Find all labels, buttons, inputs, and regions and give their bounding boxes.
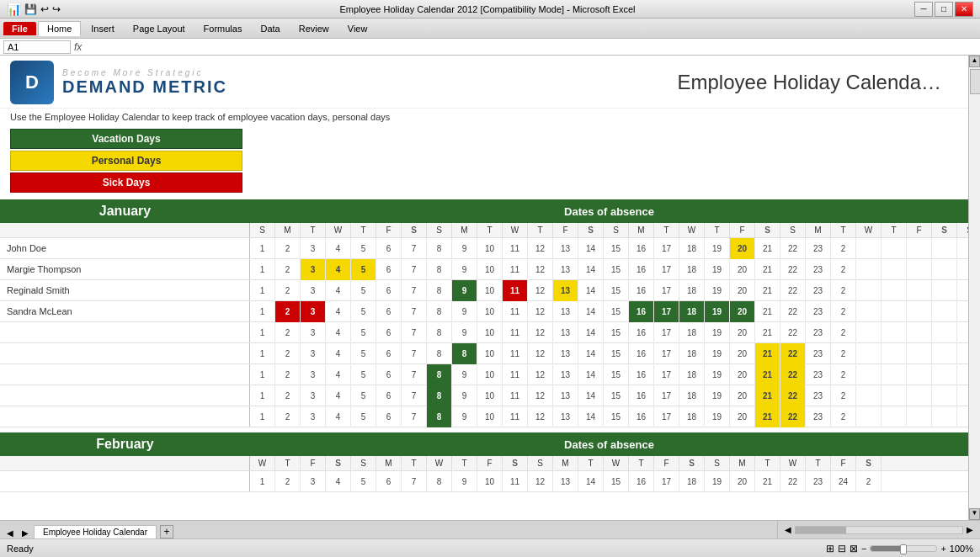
qat-save[interactable]: 💾 — [24, 3, 37, 15]
employee-col-header — [0, 223, 250, 237]
mt-d17: 17 — [654, 259, 679, 280]
scroll-up-button[interactable]: ▲ — [969, 56, 980, 67]
title-bar-left: 📊 💾 ↩ ↪ — [7, 3, 61, 16]
day-header-W3: W — [679, 223, 705, 237]
header-section: D Become More Strategic Demand Metric Em… — [0, 56, 968, 109]
mt-d13: 13 — [553, 259, 578, 280]
close-button[interactable]: ✕ — [955, 2, 973, 17]
february-numbers-row: 1 2 3 4 5 6 7 8 9 10 11 12 13 14 15 16 1 — [0, 471, 968, 492]
tab-page-layout[interactable]: Page Layout — [125, 22, 194, 35]
jd-d28 — [932, 238, 957, 259]
sheet-tabs-area: ◀ ▶ Employee Holiday Calendar + ◀ ▶ — [0, 520, 980, 538]
scrollbar-horizontal-controls: ◀ ▶ — [777, 521, 980, 538]
description-text: Use the Employee Holiday Calendar to kee… — [10, 112, 390, 122]
jd-d27 — [907, 238, 932, 259]
sandra-days: 1 2 3 4 5 6 7 8 9 10 11 12 13 14 15 16 1 — [250, 301, 968, 321]
view-normal-icon[interactable]: ⊞ — [826, 543, 834, 554]
legend-sick: Sick Days — [10, 172, 242, 193]
page-title: Employee Holiday Calenda… — [678, 71, 959, 94]
legend-section: Vacation Days Personal Days Sick Days — [0, 127, 253, 196]
day-header-W4: W — [856, 223, 881, 237]
day-header-S9: S — [957, 223, 968, 237]
day-headers-container: S M T W T F S S M T W T F S S M T — [250, 223, 968, 237]
scroll-down-button[interactable]: ▼ — [969, 508, 980, 520]
day-header-S5: S — [604, 223, 629, 237]
hscroll-left[interactable]: ◀ — [785, 525, 791, 534]
day-header-T5: T — [654, 223, 679, 237]
zoom-thumb[interactable] — [900, 544, 907, 554]
jd-d17: 17 — [654, 238, 679, 259]
mt-d23: 23 — [806, 259, 831, 280]
view-layout-icon[interactable]: ⊟ — [838, 543, 846, 554]
january-header-row: January Dates of absence — [0, 199, 968, 223]
minimize-button[interactable]: ─ — [914, 2, 933, 17]
hscroll-track[interactable] — [795, 526, 963, 534]
tab-insert[interactable]: Insert — [83, 22, 123, 35]
day-header-S2: S — [402, 223, 427, 237]
mt-d12: 12 — [528, 259, 553, 280]
add-sheet-button[interactable]: + — [160, 525, 173, 538]
hscroll-thumb[interactable] — [796, 527, 846, 533]
zoom-fill — [871, 546, 903, 551]
status-ready: Ready — [7, 544, 34, 554]
mt-d19: 19 — [705, 259, 730, 280]
day-header-M1: M — [275, 223, 301, 237]
mt-d11: 11 — [503, 259, 528, 280]
tab-home[interactable]: Home — [38, 21, 81, 36]
zoom-slider[interactable] — [870, 545, 937, 552]
mt-d1: 1 — [250, 259, 275, 280]
jd-d29 — [957, 238, 968, 259]
mt-d5: 5 — [351, 259, 376, 280]
name-box[interactable] — [3, 40, 71, 54]
day-header-F4: F — [907, 223, 932, 237]
jd-d11: 11 — [503, 238, 528, 259]
jd-d21: 21 — [755, 238, 780, 259]
day-header-S4: S — [578, 223, 604, 237]
logo-name: Demand Metric — [62, 77, 227, 97]
jd-d13: 13 — [553, 238, 578, 259]
tab-file[interactable]: File — [3, 22, 36, 35]
mt-d24: 2 — [831, 259, 856, 280]
day-header-F3: F — [730, 223, 755, 237]
window-controls[interactable]: ─ □ ✕ — [914, 2, 973, 17]
scrollbar-right[interactable]: ▲ ▼ — [968, 56, 980, 520]
scroll-thumb[interactable] — [970, 69, 980, 94]
tab-scroll-left[interactable]: ◀ — [3, 528, 17, 538]
day-header-T8: T — [881, 223, 907, 237]
tab-view[interactable]: View — [339, 22, 376, 35]
hscroll-right[interactable]: ▶ — [967, 525, 973, 534]
formula-input[interactable] — [85, 41, 977, 53]
mt-d16: 16 — [629, 259, 654, 280]
employee-row-reginald-smith: Reginald Smith 1 2 3 4 5 6 7 8 9 10 11 1… — [0, 280, 968, 301]
zoom-plus[interactable]: + — [940, 544, 945, 554]
tab-formulas[interactable]: Formulas — [195, 22, 251, 35]
logo-tagline: Become More Strategic — [62, 68, 227, 77]
sheet-tab-main[interactable]: Employee Holiday Calendar — [34, 525, 157, 538]
jd-d16: 16 — [629, 238, 654, 259]
maximize-button[interactable]: □ — [935, 2, 953, 17]
day-header-M3: M — [629, 223, 654, 237]
mt-d3: 3 — [301, 259, 326, 280]
title-bar: 📊 💾 ↩ ↪ Employee Holiday Calendar 2012 [… — [0, 0, 980, 19]
qat-redo[interactable]: ↪ — [52, 3, 61, 15]
zoom-minus[interactable]: − — [861, 544, 866, 554]
february-header-row: February Dates of absence — [0, 432, 968, 456]
employee-name-sandra-mclean: Sandra McLean — [0, 301, 250, 321]
spreadsheet-area: ▲ ▼ D Become More Strategic Demand Metri… — [0, 56, 980, 520]
logo-icon: D — [10, 61, 54, 104]
jd-d6: 6 — [376, 238, 402, 259]
day-header-T4: T — [528, 223, 553, 237]
qat-undo[interactable]: ↩ — [40, 3, 49, 15]
jd-d2: 2 — [275, 238, 301, 259]
tab-review[interactable]: Review — [290, 22, 338, 35]
day-header-T1: T — [301, 223, 326, 237]
jd-d7: 7 — [402, 238, 427, 259]
tab-scroll-right[interactable]: ▶ — [19, 528, 32, 538]
day-header-T6: T — [705, 223, 730, 237]
zoom-level: 100% — [950, 544, 973, 554]
day-header-T2: T — [351, 223, 376, 237]
day-header-T3: T — [477, 223, 503, 237]
tab-data[interactable]: Data — [252, 22, 288, 35]
day-header-F1: F — [376, 223, 402, 237]
view-page-break-icon[interactable]: ⊠ — [850, 543, 858, 554]
